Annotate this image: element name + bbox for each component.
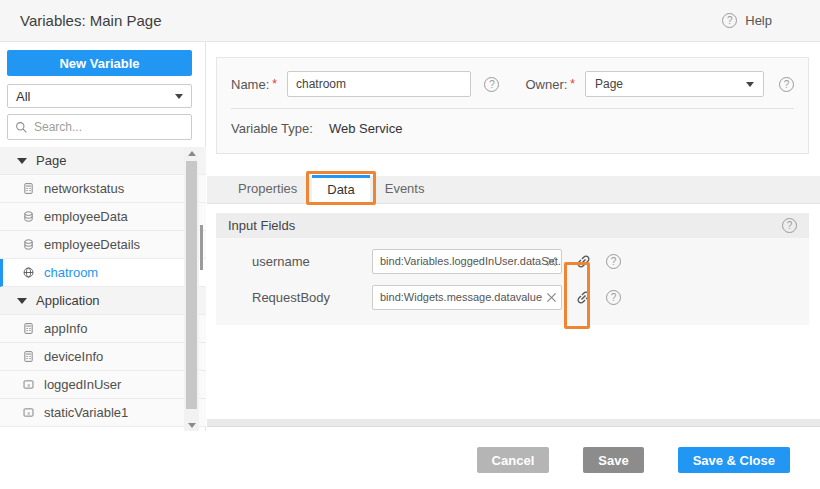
help-circle-icon: ?	[722, 13, 737, 28]
service-variable-icon	[22, 237, 35, 252]
field-label: username	[252, 254, 372, 269]
card-divider	[231, 108, 794, 109]
variables-dialog: Variables: Main Page ? Help New Variable…	[0, 0, 820, 489]
owner-help-icon[interactable]: ?	[779, 77, 794, 92]
variable-summary-card: Name: * ? Owner: * Page ? Variable Type:…	[216, 57, 809, 154]
tree-item-employeeDetails[interactable]: employeeDetails	[0, 231, 206, 259]
detail-tabbar: Properties Data Events	[207, 176, 820, 204]
caret-down-icon	[175, 94, 183, 99]
required-asterisk: *	[272, 77, 277, 91]
tree-group-page[interactable]: Page	[0, 147, 206, 175]
input-fields-body: username bind:Variables.loggedInUser.dat…	[216, 238, 809, 325]
tree-item-staticVariable1[interactable]: x staticVariable1	[0, 399, 206, 427]
input-field-row-username: username bind:Variables.loggedInUser.dat…	[216, 243, 809, 279]
svg-text:x: x	[27, 383, 30, 388]
tree-item-label: chatroom	[44, 265, 98, 280]
bind-expression: bind:Variables.loggedInUser.dataSet.na	[373, 255, 561, 267]
static-variable-icon: x	[22, 405, 35, 420]
tree-item-label: deviceInfo	[44, 349, 103, 364]
expander-triangle-icon	[17, 158, 27, 164]
bind-link-icon[interactable]	[572, 284, 594, 310]
tree-group-application[interactable]: Application	[0, 287, 206, 315]
variable-type-label: Variable Type:	[231, 121, 313, 136]
tree-item-label: employeeDetails	[44, 237, 140, 252]
input-field-row-requestbody: RequestBody bind:Widgets.message.dataval…	[216, 279, 809, 315]
field-label: RequestBody	[252, 290, 372, 305]
tree-item-employeeData[interactable]: employeeData	[0, 203, 206, 231]
device-variable-icon	[22, 321, 35, 336]
input-fields-section: Input Fields ? username bind:Variables.l…	[216, 213, 809, 325]
device-variable-icon	[22, 181, 35, 196]
search-icon	[15, 121, 28, 134]
name-field[interactable]	[287, 71, 471, 97]
scroll-down-icon[interactable]	[184, 419, 199, 431]
help-button[interactable]: ? Help	[722, 13, 772, 28]
name-label: Name:	[231, 77, 269, 92]
tree-item-label: networkstatus	[44, 181, 124, 196]
required-asterisk: *	[570, 77, 575, 91]
expander-triangle-icon	[17, 298, 27, 304]
owner-label: Owner:	[525, 77, 567, 92]
tree-item-deviceInfo[interactable]: deviceInfo	[0, 343, 206, 371]
tree-item-networkstatus[interactable]: networkstatus	[0, 175, 206, 203]
input-fields-title: Input Fields	[228, 218, 295, 233]
variables-tree: Page networkstatus employeeData employee…	[0, 147, 206, 427]
tree-item-loggedInUser[interactable]: x loggedInUser	[0, 371, 206, 399]
tree-group-label: Application	[36, 293, 100, 308]
tree-scrollbar[interactable]	[184, 147, 199, 431]
tab-data-label: Data	[327, 182, 354, 197]
horizontal-scrollbar[interactable]	[207, 419, 820, 426]
name-help-icon[interactable]: ?	[484, 77, 499, 92]
tree-scrollbar-thumb[interactable]	[186, 161, 197, 409]
panel-scrollbar-thumb[interactable]	[200, 225, 203, 270]
tree-item-chatroom[interactable]: chatroom	[0, 259, 206, 287]
tree-item-label: appInfo	[44, 321, 87, 336]
save-and-close-button[interactable]: Save & Close	[678, 447, 790, 473]
tab-properties[interactable]: Properties	[223, 175, 312, 203]
username-help-icon[interactable]: ?	[606, 254, 621, 269]
variables-sidebar: New Variable All Page networkstatus	[0, 42, 206, 431]
footer-actions: Cancel Save Save & Close	[477, 447, 790, 473]
input-fields-help-icon[interactable]: ?	[782, 218, 797, 233]
device-variable-icon	[22, 349, 35, 364]
static-variable-icon: x	[22, 377, 35, 392]
requestbody-help-icon[interactable]: ?	[606, 290, 621, 305]
clear-bind-icon[interactable]	[543, 286, 559, 309]
owner-select[interactable]: Page	[585, 71, 764, 97]
page-title: Variables: Main Page	[20, 12, 161, 29]
tree-item-appInfo[interactable]: appInfo	[0, 315, 206, 343]
new-variable-button[interactable]: New Variable	[7, 50, 192, 76]
tree-item-label: staticVariable1	[44, 405, 128, 420]
filter-selected-value: All	[16, 89, 30, 104]
svg-text:x: x	[27, 411, 30, 416]
variable-search[interactable]	[7, 114, 192, 140]
variable-filter-select[interactable]: All	[7, 84, 192, 108]
cancel-button[interactable]: Cancel	[477, 447, 550, 473]
tab-events[interactable]: Events	[370, 175, 440, 203]
tree-item-label: employeeData	[44, 209, 128, 224]
owner-selected-value: Page	[595, 77, 623, 91]
tree-group-label: Page	[36, 153, 66, 168]
scroll-up-icon[interactable]	[184, 147, 199, 159]
tree-item-label: loggedInUser	[44, 377, 121, 392]
save-button[interactable]: Save	[583, 447, 643, 473]
requestbody-bind-input[interactable]: bind:Widgets.message.datavalue	[372, 285, 562, 310]
footer-divider	[207, 426, 820, 427]
clear-bind-icon[interactable]	[543, 250, 559, 273]
tab-data[interactable]: Data	[312, 175, 369, 203]
variable-detail-panel: Name: * ? Owner: * Page ? Variable Type:…	[207, 42, 820, 489]
help-label: Help	[745, 13, 772, 28]
search-input[interactable]	[34, 120, 184, 134]
service-variable-icon	[22, 209, 35, 224]
dialog-titlebar: Variables: Main Page ? Help	[0, 0, 820, 42]
bind-link-icon[interactable]	[572, 248, 594, 274]
web-service-icon	[22, 265, 35, 280]
variable-type-value: Web Service	[329, 121, 402, 136]
caret-down-icon	[746, 82, 754, 87]
input-fields-header: Input Fields ?	[216, 213, 809, 238]
username-bind-input[interactable]: bind:Variables.loggedInUser.dataSet.na	[372, 249, 562, 274]
bind-expression: bind:Widgets.message.datavalue	[373, 291, 561, 303]
